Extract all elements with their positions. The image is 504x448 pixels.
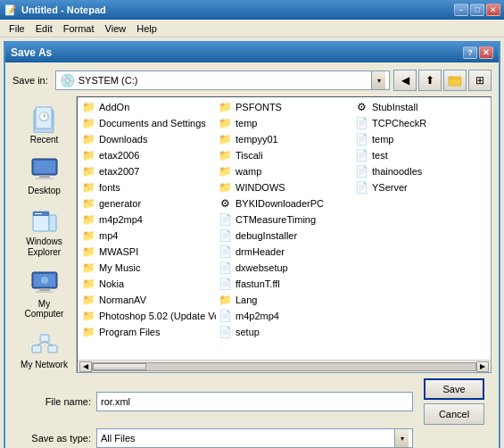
horizontal-scrollbar[interactable]: ◀ ▶ (78, 360, 491, 372)
list-item[interactable]: ⚙StubInstall (352, 99, 489, 115)
sidebar-item-my-computer[interactable]: My Computer (16, 264, 73, 323)
scroll-track[interactable] (92, 362, 476, 371)
folder-icon: 📁 (218, 148, 232, 162)
folder-icon: 📁 (81, 212, 95, 227)
folder-icon: 📁 (81, 132, 95, 146)
save-button[interactable]: Save (424, 378, 484, 400)
svg-line-21 (37, 342, 45, 345)
list-item[interactable]: 📁Tiscali (216, 147, 352, 163)
file-icon: 📄 (354, 164, 368, 178)
list-item[interactable]: 📁etax2007 (79, 163, 216, 179)
up-button[interactable]: ⬆ (418, 70, 442, 91)
list-item[interactable]: 📁m4p2mp4 (79, 212, 216, 228)
dialog-help-button[interactable]: ? (463, 46, 477, 59)
list-item[interactable]: 📁AddOn (79, 99, 216, 115)
savetype-combo[interactable]: All Files ▾ (96, 428, 413, 448)
list-item[interactable]: 📄dxwebsetup (216, 260, 352, 276)
list-item[interactable]: 📁temp (216, 115, 352, 131)
svg-point-17 (41, 277, 48, 284)
close-button[interactable]: ✕ (486, 4, 500, 16)
list-item[interactable]: 📄thainoodles (352, 163, 489, 179)
cancel-button[interactable]: Cancel (424, 403, 484, 425)
list-item[interactable]: 📄CTMeasureTiming (216, 212, 352, 228)
drive-icon: 💿 (60, 73, 75, 87)
list-item[interactable]: 📁mp4 (79, 228, 216, 244)
list-item[interactable]: 📁Photoshop 5.02 (Update Version) (79, 308, 216, 324)
folder-icon: 📁 (81, 309, 95, 323)
list-item[interactable]: 📄temp (352, 131, 489, 147)
list-item[interactable]: 📁fonts (79, 179, 216, 195)
list-item[interactable]: 📁wamp (216, 163, 352, 179)
save-in-value: SYSTEM (C:) (78, 75, 138, 86)
filename-row: File name: Save Cancel (20, 378, 484, 425)
savetype-row: Save as type: All Files ▾ (20, 428, 484, 448)
file-icon: 📄 (218, 228, 232, 243)
svg-rect-16 (36, 291, 54, 293)
recent-icon: 🕐 (30, 104, 59, 133)
list-item[interactable]: 📄setup (216, 324, 352, 340)
list-item[interactable]: 📁etax2006 (79, 147, 216, 163)
file-icon: 📄 (218, 309, 232, 323)
svg-rect-20 (40, 335, 49, 342)
save-in-combo[interactable]: 💿 SYSTEM (C:) ▾ (55, 71, 390, 90)
scroll-left-button[interactable]: ◀ (79, 361, 92, 372)
list-item[interactable]: 📁PSFONTS (216, 99, 352, 115)
savetype-arrow[interactable]: ▾ (394, 429, 409, 447)
list-item[interactable]: 📁Nokia (79, 276, 216, 292)
menu-format[interactable]: Format (58, 21, 100, 36)
filename-input[interactable] (96, 392, 413, 411)
scroll-right-button[interactable]: ▶ (476, 361, 489, 372)
svg-rect-18 (32, 345, 41, 353)
scroll-thumb[interactable] (93, 363, 146, 370)
menu-view[interactable]: View (100, 21, 132, 36)
file-col-2: 📁PSFONTS 📁temp 📁tempyy01 📁Tiscali 📁wamp … (216, 99, 352, 358)
new-folder-button[interactable] (443, 70, 467, 91)
list-item[interactable]: 📄debugInstaller (216, 228, 352, 244)
my-network-icon (30, 329, 59, 358)
list-item[interactable]: 📄drmHeader (216, 244, 352, 260)
sidebar-item-recent[interactable]: 🕐 Recent (16, 100, 73, 149)
list-item[interactable]: 📁WINDOWS (216, 179, 352, 195)
action-buttons: Save Cancel (424, 378, 484, 425)
list-item[interactable]: 📁MWASPI (79, 244, 216, 260)
list-item[interactable]: 📁generator (79, 195, 216, 212)
sidebar-item-windows-explorer[interactable]: Windows Explorer (16, 202, 73, 262)
list-item[interactable]: 📁Downloads (79, 131, 216, 147)
list-item[interactable]: 📁tempyy01 (216, 131, 352, 147)
list-item[interactable]: 📁Program Files (79, 324, 216, 340)
view-button[interactable]: ⊞ (468, 70, 492, 91)
list-item[interactable]: 📁Lang (216, 292, 352, 308)
folder-icon: 📁 (81, 196, 95, 211)
maximize-button[interactable]: □ (470, 4, 484, 16)
dialog-title: Save As (11, 46, 463, 59)
list-item[interactable]: 📁My Music (79, 260, 216, 276)
file-icon: 📄 (354, 180, 368, 195)
sidebar-item-my-network[interactable]: My Network (16, 325, 73, 374)
file-icon: 📄 (354, 148, 368, 162)
svg-rect-15 (39, 288, 50, 291)
list-item[interactable]: ⚙BYKIDownloaderPC (216, 195, 352, 212)
list-item[interactable]: 📄ffastunT.ffl (216, 276, 352, 292)
ffl-icon: 📄 (218, 277, 232, 291)
menu-help[interactable]: Help (131, 21, 162, 36)
menu-file[interactable]: File (4, 21, 30, 36)
back-button[interactable]: ◀ (393, 70, 417, 91)
save-in-arrow[interactable]: ▾ (371, 71, 385, 89)
list-item[interactable]: 📄m4p2mp4 (216, 308, 352, 324)
file-icon: 📄 (218, 325, 232, 339)
folder-icon: 📁 (218, 164, 232, 178)
menu-edit[interactable]: Edit (30, 21, 58, 36)
svg-rect-8 (36, 178, 54, 179)
title-bar: 📝 Untitled - Notepad − □ ✕ (0, 0, 504, 20)
dialog-close-button[interactable]: ✕ (479, 46, 493, 59)
folder-icon: 📁 (218, 132, 232, 146)
save-in-label: Save in: (12, 75, 48, 86)
list-item[interactable]: 📄YServer (352, 179, 489, 195)
sidebar-item-desktop[interactable]: Desktop (16, 151, 73, 200)
list-item[interactable]: 📄test (352, 147, 489, 163)
list-item[interactable]: 📄TCPCheckR (352, 115, 489, 131)
folder-icon: 📁 (81, 277, 95, 291)
list-item[interactable]: 📁Documents and Settings (79, 115, 216, 131)
list-item[interactable]: 📁NormanAV (79, 292, 216, 308)
minimize-button[interactable]: − (454, 4, 468, 16)
